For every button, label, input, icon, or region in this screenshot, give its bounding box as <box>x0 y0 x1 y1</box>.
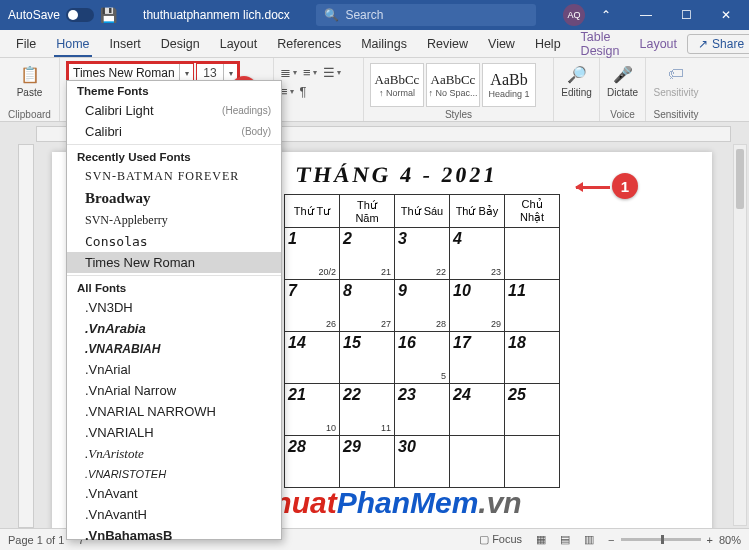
tab-design[interactable]: Design <box>151 30 210 57</box>
tab-help[interactable]: Help <box>525 30 571 57</box>
calendar-cell[interactable]: 322 <box>395 228 450 280</box>
editing-button[interactable]: 🔎 Editing <box>560 61 593 100</box>
document-title: thuthuatphanmem lich.docx <box>143 8 290 22</box>
font-item[interactable]: .VnAristote <box>67 443 281 465</box>
font-item[interactable]: .VnArabia <box>67 318 281 339</box>
share-icon: ↗ <box>698 37 708 51</box>
maximize-icon[interactable]: ☐ <box>667 0 705 30</box>
align-icon[interactable]: ≡▾ <box>280 84 294 99</box>
font-item[interactable]: .VnAvantH <box>67 504 281 525</box>
zoom-control[interactable]: − + 80% <box>608 534 741 546</box>
font-item[interactable]: SVN-Appleberry <box>67 210 281 231</box>
calendar-cell[interactable]: 726 <box>285 280 340 332</box>
calendar-cell[interactable]: 14 <box>285 332 340 384</box>
multilevel-icon[interactable]: ☰▾ <box>323 65 341 80</box>
zoom-out-icon[interactable]: − <box>608 534 614 546</box>
calendar-cell[interactable]: 2110 <box>285 384 340 436</box>
account-avatar[interactable]: AQ <box>563 4 585 26</box>
tab-table-layout[interactable]: Layout <box>630 30 688 57</box>
font-item[interactable]: .VnBahamasB <box>67 525 281 546</box>
zoom-in-icon[interactable]: + <box>707 534 713 546</box>
view-read-icon[interactable]: ▦ <box>536 533 546 546</box>
font-dropdown-panel: Theme Fonts Calibri Light(Headings)Calib… <box>66 80 282 540</box>
vertical-ruler[interactable] <box>18 144 34 528</box>
scrollbar-thumb[interactable] <box>736 149 744 209</box>
font-item[interactable]: .VNARIAL NARROWH <box>67 401 281 422</box>
calendar-header: Thứ Bảy <box>450 195 505 228</box>
style-no-spacing[interactable]: AaBbCc↑ No Spac... <box>426 63 480 107</box>
sensitivity-button[interactable]: 🏷 Sensitivity <box>652 61 700 100</box>
numbering-icon[interactable]: ≡▾ <box>303 65 317 80</box>
calendar-cell[interactable]: 221 <box>340 228 395 280</box>
calendar-cell[interactable]: 18 <box>505 332 560 384</box>
dictate-button[interactable]: 🎤 Dictate <box>606 61 639 100</box>
tab-file[interactable]: File <box>6 30 46 57</box>
page-indicator[interactable]: Page 1 of 1 <box>8 534 64 546</box>
sensitivity-group: 🏷 Sensitivity Sensitivity <box>646 58 706 121</box>
view-web-icon[interactable]: ▥ <box>584 533 594 546</box>
calendar-cell[interactable]: 25 <box>505 384 560 436</box>
calendar-table[interactable]: Thứ TưThứ NămThứ SáuThứ BảyChủ Nhật 120/… <box>284 194 560 488</box>
style-normal[interactable]: AaBbCc↑ Normal <box>370 63 424 107</box>
vertical-scrollbar[interactable] <box>733 144 747 526</box>
view-print-icon[interactable]: ▤ <box>560 533 570 546</box>
tab-references[interactable]: References <box>267 30 351 57</box>
paste-button[interactable]: 📋 Paste <box>6 61 53 100</box>
close-icon[interactable]: ✕ <box>707 0 745 30</box>
calendar-cell[interactable]: 11 <box>505 280 560 332</box>
style-heading-1[interactable]: AaBbHeading 1 <box>482 63 536 107</box>
calendar-cell[interactable]: 24 <box>450 384 505 436</box>
zoom-value[interactable]: 80% <box>719 534 741 546</box>
font-item[interactable]: .VnArial Narrow <box>67 380 281 401</box>
font-item[interactable]: .VNARABIAH <box>67 339 281 359</box>
font-item[interactable]: Times New Roman <box>67 252 281 273</box>
tab-layout[interactable]: Layout <box>210 30 268 57</box>
tab-home[interactable]: Home <box>46 30 99 57</box>
calendar-cell[interactable]: 1029 <box>450 280 505 332</box>
calendar-cell[interactable] <box>450 436 505 488</box>
calendar-cell[interactable]: 15 <box>340 332 395 384</box>
calendar-cell[interactable]: 29 <box>340 436 395 488</box>
font-item[interactable]: .VnArial <box>67 359 281 380</box>
tab-view[interactable]: View <box>478 30 525 57</box>
autosave-toggle[interactable] <box>66 8 94 22</box>
bullets-icon[interactable]: ≣▾ <box>280 65 297 80</box>
font-item[interactable]: .VN3DH <box>67 297 281 318</box>
font-item[interactable]: .VNBAHAMASBH <box>67 546 281 550</box>
calendar-cell[interactable]: 2211 <box>340 384 395 436</box>
calendar-cell[interactable]: 17 <box>450 332 505 384</box>
tab-insert[interactable]: Insert <box>100 30 151 57</box>
styles-label: Styles <box>364 109 553 120</box>
font-item[interactable]: Calibri(Body) <box>67 121 281 142</box>
calendar-cell[interactable]: 165 <box>395 332 450 384</box>
font-item[interactable]: Calibri Light(Headings) <box>67 100 281 121</box>
font-item[interactable]: .VNARIALH <box>67 422 281 443</box>
calendar-cell[interactable]: 423 <box>450 228 505 280</box>
tab-review[interactable]: Review <box>417 30 478 57</box>
font-item[interactable]: .VnAvant <box>67 483 281 504</box>
calendar-cell[interactable] <box>505 228 560 280</box>
calendar-cell[interactable]: 30 <box>395 436 450 488</box>
tab-mailings[interactable]: Mailings <box>351 30 417 57</box>
share-button[interactable]: ↗Share <box>687 34 749 54</box>
annotation-arrow <box>576 186 610 189</box>
font-item[interactable]: .VNARISTOTEH <box>67 465 281 483</box>
calendar-cell[interactable]: 120/2 <box>285 228 340 280</box>
pilcrow-icon[interactable]: ¶ <box>300 84 307 99</box>
paste-icon: 📋 <box>19 63 41 85</box>
zoom-slider[interactable] <box>621 538 701 541</box>
ribbon-options-icon[interactable]: ⌃ <box>587 0 625 30</box>
font-item[interactable]: Consolas <box>67 231 281 252</box>
calendar-cell[interactable]: 23 <box>395 384 450 436</box>
minimize-icon[interactable]: — <box>627 0 665 30</box>
save-icon[interactable]: 💾 <box>100 7 117 23</box>
calendar-cell[interactable]: 28 <box>285 436 340 488</box>
calendar-cell[interactable]: 827 <box>340 280 395 332</box>
focus-mode-button[interactable]: ▢ Focus <box>479 533 522 546</box>
tab-table-design[interactable]: Table Design <box>571 30 630 57</box>
font-item[interactable]: SVN-BATMAN FOREVER <box>67 166 281 187</box>
font-item[interactable]: Broadway <box>67 187 281 210</box>
calendar-cell[interactable]: 928 <box>395 280 450 332</box>
search-box[interactable]: 🔍 Search <box>316 4 536 26</box>
calendar-cell[interactable] <box>505 436 560 488</box>
